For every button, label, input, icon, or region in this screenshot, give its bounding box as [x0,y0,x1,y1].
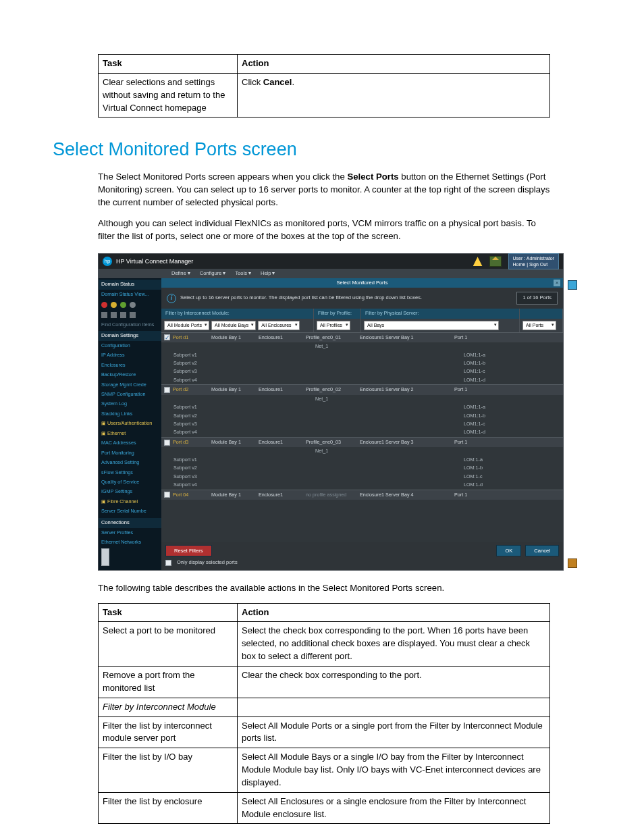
menu-define[interactable]: Define ▾ [171,270,190,278]
port-checkbox[interactable] [164,440,170,446]
port-profile: no profile assigned [303,490,357,500]
cancel-button[interactable]: Cancel [525,545,559,556]
reset-filters-button[interactable]: Reset Filters [165,545,212,556]
subport-row: Subport v4LOM1:1-d [161,428,563,437]
subport-name: Subport v1 [161,403,452,411]
sidebar-item[interactable]: Server Serial Numbe [99,506,161,516]
menu-tools[interactable]: Tools ▾ [235,270,251,278]
subport-name: Subport v4 [161,376,452,385]
dd-module-ports[interactable]: All Module Ports [164,321,209,330]
sidebar-connections-hdr: Connections [99,518,161,528]
status-sq [120,312,126,318]
subport-name: Subport v2 [161,464,452,472]
user-box[interactable]: User : Administrator Home | Sign Out [508,253,559,269]
port-server: Enclosure1 Server Bay 2 [357,385,452,395]
warning-icon [473,257,483,266]
sidebar-item[interactable]: IGMP Settings [99,487,161,496]
subport-lom: LOM:1-a [452,456,563,464]
close-icon[interactable]: × [554,280,560,286]
port-enclosure: Enclosure1 [256,332,303,342]
ok-button[interactable]: OK [496,545,521,556]
page-badge-icon-2 [568,558,577,568]
home-icon[interactable] [489,256,502,267]
dd-enclosures[interactable]: All Enclosures [258,321,300,330]
dd-profiles[interactable]: All Profiles [317,321,350,330]
sidebar-find-config[interactable]: Find Configuration Items [99,320,161,330]
sidebar: Domain Status Domain Status View... Find… [99,278,161,570]
subport-row: Subport v3LOM1:1-c [161,367,563,375]
sidebar-fibre-channel[interactable]: ▣ Fibre Channel [99,497,161,506]
dd-module-bays[interactable]: All Module Bays [211,321,256,330]
port-server: Enclosure1 Server Bay 1 [357,332,452,342]
port-counter: 1 of 16 Ports [516,292,558,305]
port-right: Port 1 [452,385,563,395]
dd-bays[interactable]: All Bays [364,321,499,330]
sidebar-item[interactable]: Storage Mgmt Crede [99,380,161,390]
sidebar-item[interactable]: System Log [99,399,161,409]
only-selected-label: Only display selected ports [177,559,238,567]
port-enclosure: Enclosure1 [256,437,303,447]
sidebar-item[interactable]: Port Monitoring [99,448,161,458]
port-profile: Profile_enc0_01 [303,332,357,342]
port-checkbox[interactable] [164,492,170,498]
subport-name: Subport v4 [161,481,452,490]
main-panel: Select Monitored Ports × i Select up to … [161,278,563,570]
subport-row: Subport v1LOM1:1-a [161,351,563,359]
sidebar-domain-settings-hdr: Domain Settings [99,331,161,341]
td-task: Select a port to be monitored [99,622,238,667]
th-action: Action [238,603,550,622]
port-right: Port 1 [452,332,563,342]
sidebar-item[interactable]: SNMP Configuration [99,390,161,399]
sidebar-item[interactable]: IP Address [99,350,161,360]
subport-lom: LOM:1-d [452,481,563,490]
subport-lom: LOM1:1-c [452,420,563,428]
subport-name: Subport v3 [161,420,452,428]
port-right: Port 1 [452,490,563,500]
port-id: Port d2 [173,386,188,392]
sidebar-item[interactable]: Ethernet Networks [99,538,161,547]
subport-name: Subport v1 [161,456,452,464]
port-row: Port d2Module Bay 1Enclosure1Profile_enc… [161,385,563,395]
sidebar-item[interactable]: Advanced Setting [99,458,161,467]
sidebar-domain-view[interactable]: Domain Status View... [99,290,161,299]
sidebar-item[interactable]: MAC Addresses [99,438,161,448]
task-action-table-top: Task Action Clear selections and setting… [98,54,550,118]
sidebar-item[interactable]: Backup/Restore [99,370,161,380]
subport-row: Subport v4LOM1:1-d [161,376,563,385]
sidebar-item[interactable]: Configuration [99,341,161,350]
p1-strong: Select Ports [347,172,398,182]
subport-lom: LOM1:1-b [452,412,563,420]
port-checkbox[interactable] [164,387,170,393]
only-selected-checkbox[interactable] [165,560,171,566]
port-checkbox[interactable] [164,334,170,340]
td-task: Filter by Interconnect Module [99,698,238,716]
subport-name: Subport v3 [161,473,452,481]
subport-lom: LOM1:1-d [452,376,563,385]
only-selected-row: Only display selected ports [161,559,563,571]
sidebar-users-label: Users/Authentication [107,420,152,426]
status-sq [130,312,136,318]
dd-all-ports[interactable]: All Ports [522,321,556,330]
task-action-table: Task Action Select a port to be monitore… [98,603,550,825]
subport-lom: LOM:1-c [452,473,563,481]
port-id: Port d3 [173,439,188,445]
port-bay: Module Bay 1 [209,490,256,500]
port-grid: Port d1Module Bay 1Enclosure1Profile_enc… [161,332,563,542]
td-action: Click Cancel. [238,73,550,118]
subport-lom: LOM1:1-a [452,403,563,411]
sidebar-users-auth[interactable]: ▣ Users/Authentication [99,419,161,428]
sidebar-item[interactable]: Server Profiles [99,528,161,538]
status-dot-red [101,302,107,308]
sidebar-item[interactable]: Stacking Links [99,409,161,419]
sidebar-item[interactable]: sFlow Settings [99,468,161,477]
app-title: HP Virtual Connect Manager [116,257,193,266]
td-task: Clear selections and settings without sa… [99,73,238,118]
menu-configure[interactable]: Configure ▾ [200,270,226,278]
td-task: Filter the list by I/O bay [99,748,238,793]
sidebar-item[interactable]: Quality of Service [99,477,161,487]
sidebar-scroll-thumb[interactable] [101,548,109,566]
sidebar-status-counts [99,310,161,320]
sidebar-item[interactable]: Enclosures [99,361,161,370]
sidebar-ethernet[interactable]: ▣ Ethernet [99,429,161,438]
menu-help[interactable]: Help ▾ [261,270,275,278]
